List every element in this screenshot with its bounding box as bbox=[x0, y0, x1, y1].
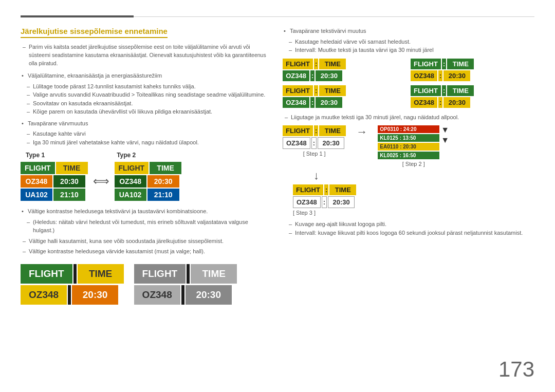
s3-flight: FLIGHT bbox=[293, 184, 323, 195]
mb4-flight: FLIGHT bbox=[411, 85, 441, 96]
type2-2110: 21:10 bbox=[147, 189, 179, 201]
ld1-flight: FLIGHT bbox=[21, 264, 72, 284]
left-column: Järelkujutise sissepõlemise ennetamine P… bbox=[21, 27, 267, 382]
step3-block: FLIGHT : TIME OZ348 : 20:30 [ Step 3 ] bbox=[283, 184, 534, 216]
page: Järelkujutise sissepõlemise ennetamine P… bbox=[0, 0, 555, 392]
bullet3: Vältige kontrastse heledusega tekstivärv… bbox=[21, 207, 267, 216]
step2-to-step3-arrow: ↓ bbox=[283, 169, 534, 182]
right-column: Tavapärane tekstivärvi muutus Kasutage h… bbox=[283, 27, 534, 382]
ld1-2030: 20:30 bbox=[72, 285, 118, 305]
type2-oz348: OZ348 bbox=[115, 175, 146, 188]
mb3-sep: : bbox=[314, 85, 318, 96]
flight-grid: FLIGHT : TIME OZ348 : 20:30 FLIGHT : bbox=[283, 59, 534, 108]
mb3-time: TIME bbox=[319, 85, 346, 96]
bullet1: Väljalülitamine, ekraanisäästja ja energ… bbox=[21, 71, 267, 80]
type2-ua102: UA102 bbox=[115, 189, 146, 201]
right-arrow-icon: → bbox=[356, 125, 367, 139]
scroll-arrow-1: ▼ bbox=[441, 125, 449, 135]
s1-sep2: : bbox=[311, 137, 317, 149]
s3-2030: 20:30 bbox=[328, 196, 355, 208]
step1-block: FLIGHT : TIME OZ348 : 20:30 [ Step 1 ] bbox=[283, 125, 346, 157]
mb2-time: TIME bbox=[447, 59, 474, 69]
note-logo2: Intervall: kuvage liikuvat pilti koos lo… bbox=[283, 229, 534, 237]
large-display-1: FLIGHT TIME OZ348 20:30 bbox=[21, 264, 124, 305]
s2-line2: KL0125 : 13:50 bbox=[378, 134, 439, 142]
s1-oz348: OZ348 bbox=[283, 137, 310, 149]
type1-flight: FLIGHT bbox=[21, 162, 55, 174]
ld1-time: TIME bbox=[78, 264, 124, 284]
steps-row: FLIGHT : TIME OZ348 : 20:30 [ Step 1 ] bbox=[283, 125, 534, 167]
section-title: Järelkujutise sissepõlemise ennetamine bbox=[21, 27, 168, 38]
type1-display: FLIGHT TIME OZ348 20:30 UA102 21:10 bbox=[21, 162, 88, 201]
mb4-sep: : bbox=[442, 85, 446, 96]
mb4-2030: 20:30 bbox=[443, 97, 470, 108]
ld2-sep2 bbox=[181, 285, 184, 305]
mb1-2030: 20:30 bbox=[316, 70, 342, 81]
mb2-oz348: OZ348 bbox=[411, 70, 437, 81]
type2-time: TIME bbox=[150, 162, 181, 174]
mb4-time: TIME bbox=[447, 85, 474, 96]
s1-time: TIME bbox=[319, 125, 346, 136]
s1-sep: : bbox=[314, 125, 318, 136]
type1-label: Type 1 bbox=[26, 152, 45, 159]
large-displays: FLIGHT TIME OZ348 20:30 FLIGHT bbox=[21, 264, 267, 305]
note1: Vältige halli kasutamist, kuna see võib … bbox=[21, 237, 267, 246]
s3-sep: : bbox=[324, 184, 328, 195]
s1-2030: 20:30 bbox=[318, 137, 344, 149]
mini-board-2: FLIGHT : TIME OZ348 : 20:30 bbox=[411, 59, 534, 81]
type1-oz348: OZ348 bbox=[21, 175, 52, 188]
right-note-dash: Liigutage ja muutke teksti iga 30 minuti… bbox=[283, 113, 534, 122]
mb1-flight: FLIGHT bbox=[283, 59, 313, 69]
right-sub1-2: Intervall: Muutke teksti ja tausta värvi… bbox=[283, 46, 534, 54]
step3-label: [ Step 3 ] bbox=[293, 210, 316, 216]
type-comparison: FLIGHT TIME OZ348 20:30 UA102 21:10 ⟺ bbox=[21, 162, 267, 201]
s3-sep2: : bbox=[322, 196, 327, 208]
s3-time: TIME bbox=[329, 184, 356, 195]
mb4-sep2: : bbox=[438, 97, 442, 108]
mb1-sep: : bbox=[314, 59, 318, 69]
type1-time: TIME bbox=[56, 162, 88, 174]
scroll-arrow-2: ▼ bbox=[441, 136, 449, 145]
mb1-time: TIME bbox=[319, 59, 346, 69]
scroll-arrows: ▼ ▼ bbox=[441, 125, 449, 145]
step1-arrow: → bbox=[356, 125, 367, 148]
type2-flight: FLIGHT bbox=[115, 162, 149, 174]
s3-oz348: OZ348 bbox=[293, 196, 321, 208]
swap-arrow-icon: ⟺ bbox=[93, 175, 109, 188]
ld1-sep2 bbox=[68, 285, 71, 305]
type2-label: Type 2 bbox=[117, 152, 136, 159]
sub3-1: (Heledus: näitab värvi heledust või tume… bbox=[21, 218, 267, 235]
type1-2030: 20:30 bbox=[53, 175, 85, 188]
mini-board-3: FLIGHT : TIME OZ348 : 20:30 bbox=[283, 85, 406, 108]
ld2-sep bbox=[187, 264, 190, 284]
note-logo: Kuvage aeg-ajalt liikuvat logoga pilti. bbox=[283, 220, 534, 229]
top-rule-right bbox=[134, 16, 534, 17]
top-rule-left bbox=[21, 15, 134, 17]
right-bullet1: Tavapärane tekstivärvi muutus bbox=[283, 27, 534, 35]
ld1-oz348: OZ348 bbox=[21, 285, 67, 305]
step3-board: FLIGHT : TIME OZ348 : 20:30 bbox=[293, 184, 356, 208]
type2-display: FLIGHT TIME OZ348 20:30 UA102 21:10 bbox=[115, 162, 182, 201]
type1-2110: 21:10 bbox=[53, 189, 85, 201]
mb2-2030: 20:30 bbox=[443, 70, 470, 81]
page-number: 173 bbox=[498, 357, 534, 382]
mb3-sep2: : bbox=[310, 97, 314, 108]
mb3-oz348: OZ348 bbox=[283, 97, 309, 108]
bullet2: Tavapärane värvmuutus bbox=[21, 119, 267, 128]
right-sub1-1: Kasutage heledaid värve või sarnast hele… bbox=[283, 38, 534, 46]
mb1-oz348: OZ348 bbox=[283, 70, 309, 81]
s2-line3: EA0110 : 20:30 bbox=[378, 143, 439, 151]
step1-label: [ Step 1 ] bbox=[303, 151, 326, 157]
mini-board-4: FLIGHT : TIME OZ348 : 20:30 bbox=[411, 85, 534, 108]
mb2-sep: : bbox=[442, 59, 446, 69]
s2-line4: KL0025 : 16:50 bbox=[378, 152, 439, 159]
mb3-flight: FLIGHT bbox=[283, 85, 313, 96]
down-arrow-icon: ↓ bbox=[313, 169, 319, 182]
step2-label: [ Step 2 ] bbox=[402, 161, 425, 167]
s2-line1: OP0310 : 24:20 bbox=[378, 125, 439, 133]
mb2-flight: FLIGHT bbox=[411, 59, 441, 69]
large-display-2: FLIGHT TIME OZ348 20:30 bbox=[134, 264, 237, 305]
sub1-1: Lülitage toode pärast 12-tunnlist kasuta… bbox=[21, 82, 267, 91]
ld2-2030: 20:30 bbox=[186, 285, 232, 305]
type1-ua102: UA102 bbox=[21, 189, 52, 201]
